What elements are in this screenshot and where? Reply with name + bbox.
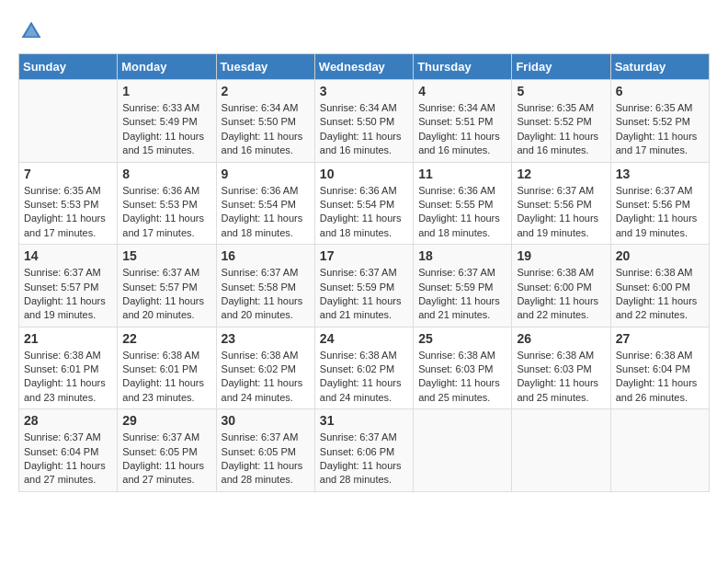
- calendar-cell: 22Sunrise: 6:38 AMSunset: 6:01 PMDayligh…: [118, 327, 216, 409]
- day-info: Sunrise: 6:38 AMSunset: 6:01 PMDaylight:…: [24, 349, 112, 406]
- day-number: 6: [616, 84, 704, 98]
- calendar-cell: 16Sunrise: 6:37 AMSunset: 5:58 PMDayligh…: [216, 245, 314, 327]
- calendar-cell: 13Sunrise: 6:37 AMSunset: 5:56 PMDayligh…: [610, 162, 709, 245]
- day-number: 29: [122, 413, 210, 428]
- calendar-table: SundayMondayTuesdayWednesdayThursdayFrid…: [18, 53, 710, 492]
- calendar-cell: 20Sunrise: 6:38 AMSunset: 6:00 PMDayligh…: [610, 245, 709, 327]
- day-number: 26: [517, 331, 605, 346]
- calendar-cell: 9Sunrise: 6:36 AMSunset: 5:54 PMDaylight…: [216, 162, 314, 245]
- calendar-cell: [19, 80, 118, 163]
- day-info: Sunrise: 6:35 AMSunset: 5:53 PMDaylight:…: [24, 184, 112, 241]
- day-number: 8: [122, 167, 210, 181]
- day-number: 9: [222, 167, 310, 181]
- day-number: 3: [320, 84, 408, 98]
- header-friday: Friday: [512, 54, 610, 80]
- calendar-cell: [610, 409, 709, 492]
- day-info: Sunrise: 6:38 AMSunset: 6:03 PMDaylight:…: [517, 349, 605, 406]
- calendar-cell: 8Sunrise: 6:36 AMSunset: 5:53 PMDaylight…: [118, 162, 216, 245]
- day-number: 30: [222, 413, 310, 428]
- header-thursday: Thursday: [414, 54, 512, 80]
- day-number: 25: [418, 331, 506, 346]
- day-info: Sunrise: 6:36 AMSunset: 5:53 PMDaylight:…: [122, 184, 210, 241]
- calendar-cell: 21Sunrise: 6:38 AMSunset: 6:01 PMDayligh…: [19, 327, 118, 409]
- calendar-header-row: SundayMondayTuesdayWednesdayThursdayFrid…: [19, 54, 710, 80]
- day-number: 21: [24, 331, 112, 346]
- day-info: Sunrise: 6:37 AMSunset: 5:56 PMDaylight:…: [616, 184, 704, 241]
- day-info: Sunrise: 6:36 AMSunset: 5:54 PMDaylight:…: [222, 184, 310, 241]
- calendar-week-3: 14Sunrise: 6:37 AMSunset: 5:57 PMDayligh…: [19, 245, 710, 327]
- day-info: Sunrise: 6:37 AMSunset: 5:59 PMDaylight:…: [418, 266, 506, 323]
- day-info: Sunrise: 6:34 AMSunset: 5:51 PMDaylight:…: [418, 101, 506, 158]
- logo: [18, 18, 48, 44]
- calendar-cell: 19Sunrise: 6:38 AMSunset: 6:00 PMDayligh…: [512, 245, 610, 327]
- calendar-cell: 29Sunrise: 6:37 AMSunset: 6:05 PMDayligh…: [118, 409, 216, 492]
- day-info: Sunrise: 6:34 AMSunset: 5:50 PMDaylight:…: [320, 101, 408, 158]
- day-number: 5: [517, 84, 605, 98]
- calendar-week-2: 7Sunrise: 6:35 AMSunset: 5:53 PMDaylight…: [19, 162, 710, 245]
- day-info: Sunrise: 6:34 AMSunset: 5:50 PMDaylight:…: [222, 101, 310, 158]
- day-info: Sunrise: 6:38 AMSunset: 6:04 PMDaylight:…: [616, 349, 704, 406]
- calendar-cell: 3Sunrise: 6:34 AMSunset: 5:50 PMDaylight…: [314, 80, 413, 163]
- calendar-cell: 26Sunrise: 6:38 AMSunset: 6:03 PMDayligh…: [512, 327, 610, 409]
- day-number: 13: [616, 167, 704, 181]
- day-number: 2: [222, 84, 310, 98]
- calendar-cell: 18Sunrise: 6:37 AMSunset: 5:59 PMDayligh…: [414, 245, 512, 327]
- header-tuesday: Tuesday: [216, 54, 314, 80]
- day-info: Sunrise: 6:37 AMSunset: 5:57 PMDaylight:…: [122, 266, 210, 323]
- day-info: Sunrise: 6:37 AMSunset: 6:04 PMDaylight:…: [24, 431, 112, 488]
- header-sunday: Sunday: [19, 54, 118, 80]
- calendar-cell: 23Sunrise: 6:38 AMSunset: 6:02 PMDayligh…: [216, 327, 314, 409]
- calendar-cell: 11Sunrise: 6:36 AMSunset: 5:55 PMDayligh…: [414, 162, 512, 245]
- day-info: Sunrise: 6:38 AMSunset: 6:03 PMDaylight:…: [418, 349, 506, 406]
- calendar-cell: 17Sunrise: 6:37 AMSunset: 5:59 PMDayligh…: [314, 245, 413, 327]
- day-info: Sunrise: 6:37 AMSunset: 6:06 PMDaylight:…: [320, 431, 408, 488]
- calendar-cell: 25Sunrise: 6:38 AMSunset: 6:03 PMDayligh…: [414, 327, 512, 409]
- calendar-cell: 28Sunrise: 6:37 AMSunset: 6:04 PMDayligh…: [19, 409, 118, 492]
- calendar-cell: 30Sunrise: 6:37 AMSunset: 6:05 PMDayligh…: [216, 409, 314, 492]
- day-info: Sunrise: 6:36 AMSunset: 5:54 PMDaylight:…: [320, 184, 408, 241]
- day-number: 28: [24, 413, 112, 428]
- calendar-cell: 7Sunrise: 6:35 AMSunset: 5:53 PMDaylight…: [19, 162, 118, 245]
- day-info: Sunrise: 6:37 AMSunset: 5:59 PMDaylight:…: [320, 266, 408, 323]
- header-wednesday: Wednesday: [314, 54, 413, 80]
- day-info: Sunrise: 6:35 AMSunset: 5:52 PMDaylight:…: [517, 101, 605, 158]
- day-number: 31: [320, 413, 408, 428]
- day-info: Sunrise: 6:38 AMSunset: 6:01 PMDaylight:…: [122, 349, 210, 406]
- day-info: Sunrise: 6:37 AMSunset: 5:58 PMDaylight:…: [222, 266, 310, 323]
- day-number: 15: [122, 248, 210, 263]
- calendar-week-1: 1Sunrise: 6:33 AMSunset: 5:49 PMDaylight…: [19, 80, 710, 163]
- day-number: 18: [418, 248, 506, 263]
- calendar-week-4: 21Sunrise: 6:38 AMSunset: 6:01 PMDayligh…: [19, 327, 710, 409]
- calendar-cell: [512, 409, 610, 492]
- calendar-cell: 15Sunrise: 6:37 AMSunset: 5:57 PMDayligh…: [118, 245, 216, 327]
- day-number: 10: [320, 167, 408, 181]
- day-number: 22: [122, 331, 210, 346]
- day-info: Sunrise: 6:37 AMSunset: 6:05 PMDaylight:…: [122, 431, 210, 488]
- day-number: 17: [320, 248, 408, 263]
- calendar-cell: 27Sunrise: 6:38 AMSunset: 6:04 PMDayligh…: [610, 327, 709, 409]
- day-info: Sunrise: 6:37 AMSunset: 5:56 PMDaylight:…: [517, 184, 605, 241]
- calendar-cell: 14Sunrise: 6:37 AMSunset: 5:57 PMDayligh…: [19, 245, 118, 327]
- day-info: Sunrise: 6:36 AMSunset: 5:55 PMDaylight:…: [418, 184, 506, 241]
- calendar-cell: 24Sunrise: 6:38 AMSunset: 6:02 PMDayligh…: [314, 327, 413, 409]
- calendar-week-5: 28Sunrise: 6:37 AMSunset: 6:04 PMDayligh…: [19, 409, 710, 492]
- page-header: [18, 18, 710, 44]
- day-number: 27: [616, 331, 704, 346]
- calendar-cell: 2Sunrise: 6:34 AMSunset: 5:50 PMDaylight…: [216, 80, 314, 163]
- day-number: 23: [222, 331, 310, 346]
- day-number: 24: [320, 331, 408, 346]
- day-number: 1: [122, 84, 210, 98]
- day-info: Sunrise: 6:38 AMSunset: 6:02 PMDaylight:…: [222, 349, 310, 406]
- calendar-cell: 31Sunrise: 6:37 AMSunset: 6:06 PMDayligh…: [314, 409, 413, 492]
- header-saturday: Saturday: [610, 54, 709, 80]
- header-monday: Monday: [118, 54, 216, 80]
- day-number: 12: [517, 167, 605, 181]
- day-number: 19: [517, 248, 605, 263]
- day-number: 14: [24, 248, 112, 263]
- calendar-cell: 12Sunrise: 6:37 AMSunset: 5:56 PMDayligh…: [512, 162, 610, 245]
- calendar-cell: 10Sunrise: 6:36 AMSunset: 5:54 PMDayligh…: [314, 162, 413, 245]
- calendar-cell: 5Sunrise: 6:35 AMSunset: 5:52 PMDaylight…: [512, 80, 610, 163]
- day-info: Sunrise: 6:33 AMSunset: 5:49 PMDaylight:…: [122, 101, 210, 158]
- calendar-cell: 1Sunrise: 6:33 AMSunset: 5:49 PMDaylight…: [118, 80, 216, 163]
- logo-icon: [18, 18, 44, 44]
